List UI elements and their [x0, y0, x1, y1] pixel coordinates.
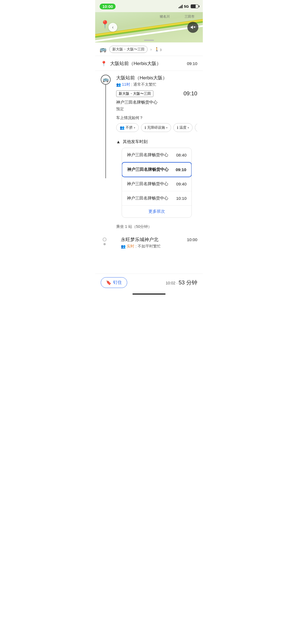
next-stop-time: 10:00 [187, 237, 197, 242]
departures-header[interactable]: ▲ 其他发车时刻 [116, 136, 197, 148]
origin-stop-time: 09:10 [187, 61, 197, 66]
next-crowd-icon: 👥 [121, 244, 126, 249]
mute-button[interactable] [187, 22, 198, 33]
home-bar [132, 293, 166, 295]
next-crowd-status: 不如平时繁忙 [138, 244, 161, 249]
next-stop-section: 永旺梦乐城神户北 10:00 👥 实时 : 不如平时繁忙 [95, 236, 203, 252]
pin-icon: 🔖 [106, 280, 111, 285]
route-vertical-line [105, 85, 106, 178]
signal-bar-1 [179, 7, 179, 8]
bus-depart-time: 09:10 [183, 90, 197, 97]
route-header: 🚌 新大阪・大阪〜三田 › 🚶 3 [95, 42, 203, 56]
stop-name: 大阪站前（Herbis大阪） [116, 75, 197, 81]
next-crowd-info: 👥 实时 : 不如平时繁忙 [121, 244, 197, 249]
walk-stops-count: 3 [160, 48, 162, 52]
departure-dest-2: 神户三田名牌畅货中心 [127, 181, 168, 187]
departure-dest-1: 神户三田名牌畅货中心 [127, 167, 169, 172]
bus-stop-section: 🚌 大阪站前（Herbis大阪） 👥 11时 : 通常不太繁忙 新大阪・大阪〜三… [95, 71, 203, 236]
departure-item-2[interactable]: 神户三田名牌畅货中心 09:40 [122, 177, 191, 191]
pin-button[interactable]: 🔖 钉住 [101, 277, 127, 288]
filter-accessibility[interactable]: ℹ 无障碍设施 ▾ [141, 123, 171, 132]
filter-accessibility-icon: ℹ [145, 125, 146, 130]
bottom-bar: 🔖 钉住 10:02 · 53 分钟 [95, 274, 203, 291]
departure-dest-3: 神户三田名牌畅货中心 [127, 196, 168, 201]
departure-time-0: 08:40 [176, 153, 187, 157]
status-right: 5G [179, 4, 198, 9]
next-stop-name: 永旺梦乐城神户北 [121, 236, 158, 243]
bottom-time-block: 10:02 · 53 分钟 [166, 279, 197, 286]
map-region-label: 猪名川 [160, 14, 170, 19]
origin-row: 📍 大阪站前（Herbis大阪） 09:10 [95, 56, 203, 71]
next-stop-content: 永旺梦乐城神户北 10:00 👥 实时 : 不如平时繁忙 [121, 236, 197, 249]
bus-line-left: 新大阪・大阪〜三田 神户三田名牌畅货中心 [116, 90, 181, 105]
walk-icon: 🚶 [155, 47, 159, 52]
departures-chevron-icon: ▲ [116, 139, 121, 144]
status-bar: 10:00 5G [95, 0, 203, 12]
bus-line-destination: 神户三田名牌畅货中心 [116, 99, 158, 105]
stop-icon-col: 🚌 [101, 75, 111, 178]
crowd-info: 👥 11时 : 通常不太繁忙 [116, 82, 197, 87]
bottom-time-info: 10:02 · [166, 281, 179, 285]
next-crowd-label: 实时 [127, 244, 134, 249]
next-stop-dot [103, 238, 107, 241]
departure-time-1: 09:10 [176, 167, 186, 172]
filter-crowd-icon: 👥 [120, 125, 124, 130]
route-chevron-icon: › [150, 47, 152, 52]
back-button[interactable]: ‹ [108, 23, 117, 32]
route-tag[interactable]: 新大阪・大阪〜三田 [109, 46, 148, 53]
bus-line-tag[interactable]: 新大阪・大阪〜三田 [116, 90, 153, 97]
crowd-colon: : [131, 82, 132, 87]
filter-chevron-3: ▾ [188, 126, 189, 129]
signal-bar-3 [181, 6, 182, 8]
transfer-info: 乘坐 1 站（50分钟） [116, 220, 197, 232]
filter-row: 👥 不挤 ▾ ℹ 无障碍设施 ▾ ℹ 温度 ▾ ℹ [116, 123, 197, 132]
battery-fill [191, 5, 196, 8]
map-area: 三田市 猪名川 📍 ‹ [95, 12, 203, 42]
filter-temp-icon: ℹ [177, 125, 178, 130]
location-pin-icon: 📍 [101, 61, 107, 67]
filter-more[interactable]: ℹ [195, 123, 197, 132]
departure-item-3[interactable]: 神户三田名牌畅货中心 10:10 [122, 191, 191, 206]
battery-icon [191, 4, 198, 8]
filter-chevron-1: ▾ [134, 126, 135, 129]
bus-stop-icon: 🚌 [101, 75, 111, 85]
next-stop-row: 永旺梦乐城神户北 10:00 [121, 236, 197, 243]
departure-item-0[interactable]: 神户三田名牌畅货中心 08:40 [122, 148, 191, 162]
signal-bar-2 [180, 6, 180, 8]
walk-badge: 🚶 3 [155, 47, 162, 52]
next-dot-col [103, 236, 107, 245]
signal-bars-icon [179, 5, 183, 8]
condition-question: 车上情况如何？ [116, 115, 197, 120]
departure-dest-0: 神户三田名牌畅货中心 [127, 152, 168, 158]
scheduled-label: 预定 [116, 107, 197, 112]
departures-list: 神户三田名牌畅货中心 08:40 神户三田名牌畅货中心 09:10 神户三田名牌… [122, 148, 192, 218]
departure-time-3: 10:10 [176, 196, 187, 201]
filter-temperature[interactable]: ℹ 温度 ▾ [173, 123, 193, 132]
stop-content: 大阪站前（Herbis大阪） 👥 11时 : 通常不太繁忙 新大阪・大阪〜三田 … [116, 75, 197, 232]
bus-route-icon: 🚌 [100, 46, 107, 53]
next-crowd-colon: : [135, 244, 137, 249]
departures-title: 其他发车时刻 [123, 139, 148, 144]
pin-label: 钉住 [113, 280, 122, 285]
crowd-icon: 👥 [116, 82, 121, 87]
more-trips-button[interactable]: 更多班次 [122, 206, 191, 217]
home-indicator [95, 291, 203, 296]
origin-stop-name: 大阪站前（Herbis大阪） [110, 60, 161, 67]
status-time: 10:00 [100, 4, 116, 9]
mute-icon [190, 25, 196, 30]
drag-handle[interactable] [144, 40, 154, 41]
network-label: 5G [184, 4, 189, 9]
filter-temperature-label: 温度 [179, 125, 187, 130]
departure-item-1[interactable]: 神户三田名牌畅货中心 09:10 [122, 162, 192, 177]
origin-left: 📍 大阪站前（Herbis大阪） [101, 60, 161, 67]
filter-chevron-2: ▾ [166, 126, 167, 129]
filter-not-crowded-label: 不挤 [126, 125, 133, 130]
filter-not-crowded[interactable]: 👥 不挤 ▾ [116, 123, 139, 132]
filter-accessibility-label: 无障碍设施 [147, 125, 165, 130]
bottom-spacer [95, 252, 203, 274]
bottom-duration: 53 分钟 [179, 279, 197, 285]
signal-bar-4 [182, 5, 183, 8]
departure-time-2: 09:40 [176, 182, 187, 186]
next-stop-small-dot [103, 243, 106, 245]
crowd-status: 通常不太繁忙 [133, 82, 156, 87]
